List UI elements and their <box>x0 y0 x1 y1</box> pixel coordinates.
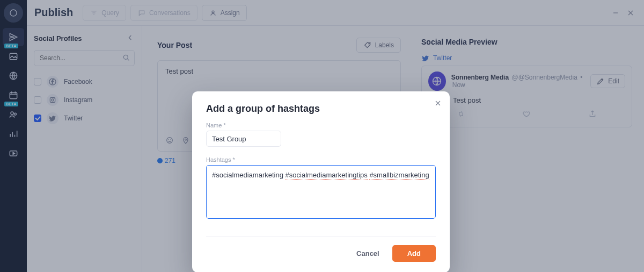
ht-part: #socialmediamarketing <box>212 171 286 179</box>
name-label: Name * <box>206 122 436 128</box>
modal-close[interactable] <box>434 99 442 110</box>
modal-title: Add a group of hashtags <box>206 103 436 114</box>
hashtag-group-modal: Add a group of hashtags Name * Hashtags … <box>192 91 450 272</box>
cancel-button[interactable]: Cancel <box>352 246 384 261</box>
add-button[interactable]: Add <box>392 245 436 262</box>
close-icon <box>434 99 442 108</box>
ht-part: #smallbizmarketing <box>369 171 429 180</box>
group-name-input[interactable] <box>206 131 281 147</box>
hashtags-label: Hashtags * <box>206 156 436 163</box>
ht-part: #socialmediamarketingtips <box>286 171 368 180</box>
hashtags-input[interactable]: #socialmediamarketing #socialmediamarket… <box>206 165 436 219</box>
